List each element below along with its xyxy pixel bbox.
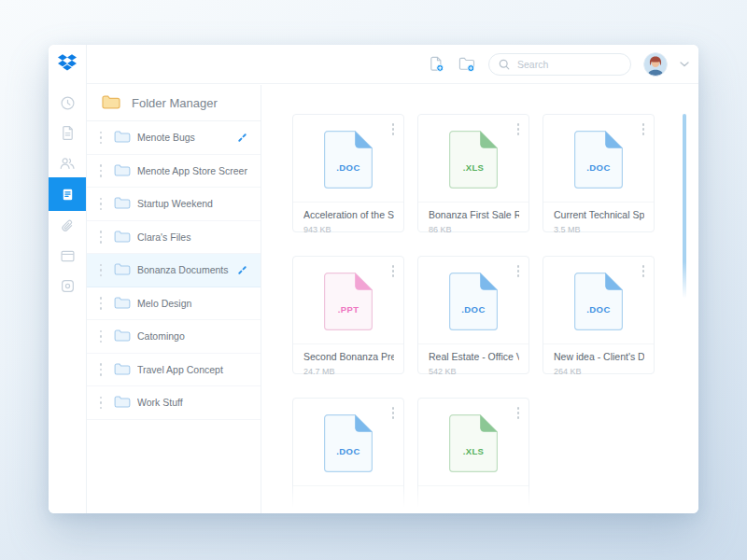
drag-handle-icon[interactable] [97, 262, 105, 278]
folder-row[interactable]: Work Stuff [87, 386, 261, 420]
file-card[interactable]: .DOCReal Estate - Office Variants542 KB [417, 256, 529, 374]
sidebar-item-folder-list[interactable] [49, 177, 86, 211]
sidebar-item-users[interactable] [49, 147, 86, 177]
search-icon [499, 59, 510, 70]
sidebar-items [49, 88, 86, 301]
file-size: 264 KB [554, 367, 644, 376]
folder-row[interactable]: Menote Bugs [87, 121, 261, 155]
drag-handle-icon[interactable] [97, 362, 105, 378]
file-card[interactable]: .PPTSecond Bonanza Presentation24.7 MB [292, 256, 404, 374]
folder-row[interactable]: Catomingo [87, 320, 261, 354]
new-folder-button[interactable] [458, 55, 476, 73]
chevron-down-icon[interactable] [680, 62, 689, 67]
folder-row[interactable]: Clara's Files [87, 221, 261, 255]
folder-name: Clara's Files [137, 231, 247, 243]
folder-icon [114, 197, 131, 210]
file-type-icon: .DOC [449, 273, 498, 330]
sidebar-item-calendar[interactable] [49, 241, 86, 271]
folder-panel: Folder Manager Menote BugsMenote App Sto… [87, 85, 261, 513]
file-type-icon: .DOC [574, 131, 623, 189]
folder-manager-icon [102, 95, 120, 110]
file-card[interactable]: .DOCCurrent Technical Spec On Te...3.5 M… [543, 114, 655, 232]
file-card-label: New idea - Client's Database264 KB [543, 343, 654, 373]
drag-handle-icon[interactable] [97, 163, 105, 179]
folder-row[interactable]: Menote App Store Screens [87, 155, 261, 189]
sidebar-item-settings[interactable] [49, 271, 86, 301]
file-name: Second Bonanza Presentation [303, 351, 394, 362]
file-type-icon: .XLS [449, 414, 498, 472]
folder-icon [114, 131, 131, 144]
sidebar-item-clock[interactable] [49, 88, 86, 118]
file-card-label: Real Estate - Office Variants542 KB [418, 343, 529, 373]
page-title: Folder Manager [132, 96, 218, 110]
folder-row[interactable]: Melo Design [87, 287, 261, 321]
file-ext-label: .DOC [461, 304, 485, 315]
folder-icon [114, 297, 131, 310]
file-size: 542 KB [429, 367, 519, 376]
file-card-label: Bonanza First Sale Reports 201786 KB [418, 202, 529, 231]
file-type-icon: .DOC [324, 131, 373, 189]
file-type-icon: .DOC [574, 273, 623, 330]
file-card[interactable]: .XLS [417, 398, 529, 513]
top-bar [87, 45, 698, 84]
clock-icon [60, 95, 76, 111]
drag-handle-icon[interactable] [97, 329, 105, 344]
file-name: Bonanza First Sale Reports 2017 [429, 209, 519, 220]
panel-header: Folder Manager [87, 85, 261, 121]
more-options-icon[interactable] [642, 122, 645, 136]
more-options-icon[interactable] [392, 406, 395, 420]
more-options-icon[interactable] [517, 406, 520, 420]
scrollbar[interactable] [683, 114, 686, 299]
paperclip-icon [60, 218, 76, 234]
folder-icon [114, 263, 131, 276]
folder-row[interactable]: Travel App Concept [87, 354, 261, 387]
avatar-image [643, 63, 668, 77]
file-grid: .DOCAcceleration of the Startups943 KB.X… [292, 114, 698, 513]
drag-handle-icon[interactable] [97, 130, 105, 146]
file-size: 3.5 MB [554, 225, 644, 234]
dropbox-logo[interactable] [49, 45, 86, 84]
folder-list: Menote BugsMenote App Store ScreensStart… [87, 121, 261, 420]
file-ext-label: .XLS [463, 162, 485, 173]
more-options-icon[interactable] [642, 264, 645, 278]
drag-handle-icon[interactable] [97, 230, 105, 245]
search-box[interactable] [488, 53, 631, 76]
app-window: Folder Manager Menote BugsMenote App Sto… [49, 45, 698, 513]
new-file-button[interactable] [428, 55, 445, 73]
link-icon[interactable] [237, 133, 247, 143]
more-options-icon[interactable] [392, 122, 395, 136]
file-ext-label: .DOC [586, 304, 610, 315]
sidebar-item-paperclip[interactable] [49, 211, 86, 241]
drag-handle-icon[interactable] [97, 395, 105, 411]
file-card-label [293, 485, 403, 513]
file-card[interactable]: .DOC [292, 398, 404, 513]
file-card-label: Current Technical Spec On Te...3.5 MB [543, 202, 654, 231]
folder-row[interactable]: Bonanza Documents [87, 254, 261, 287]
dropbox-logo-icon [58, 54, 77, 75]
folder-name: Startup Weekend [137, 198, 247, 209]
settings-icon [60, 278, 76, 294]
file-card[interactable]: .DOCAcceleration of the Startups943 KB [292, 114, 404, 232]
file-card-label [418, 485, 529, 513]
files-area: .DOCAcceleration of the Startups943 KB.X… [262, 85, 698, 513]
search-input[interactable] [515, 58, 621, 71]
sidebar-item-file[interactable] [49, 118, 86, 147]
file-name: Current Technical Spec On Te... [554, 209, 644, 220]
link-icon[interactable] [237, 265, 247, 275]
more-options-icon[interactable] [392, 264, 395, 278]
drag-handle-icon[interactable] [97, 196, 105, 212]
avatar[interactable] [643, 52, 668, 77]
folder-name: Menote App Store Screens [137, 165, 247, 176]
folder-icon [114, 329, 131, 343]
folder-name: Melo Design [137, 298, 247, 309]
file-size: 86 KB [429, 225, 519, 234]
folder-icon [114, 363, 131, 376]
file-name: Acceleration of the Startups [303, 209, 394, 220]
folder-row[interactable]: Startup Weekend [87, 188, 261, 221]
more-options-icon[interactable] [517, 264, 520, 278]
file-card[interactable]: .DOCNew idea - Client's Database264 KB [543, 256, 655, 374]
more-options-icon[interactable] [517, 122, 520, 136]
drag-handle-icon[interactable] [97, 296, 105, 312]
file-card[interactable]: .XLSBonanza First Sale Reports 201786 KB [417, 114, 529, 232]
folder-icon [114, 164, 131, 177]
